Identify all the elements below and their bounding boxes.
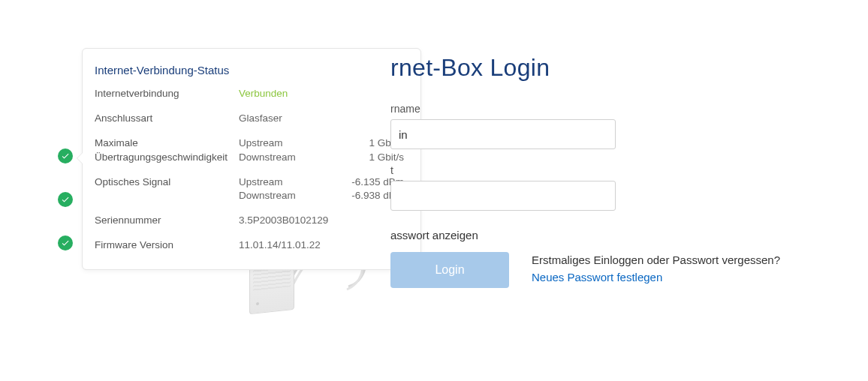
- status-icon-column: [58, 148, 73, 250]
- connection-status-popover: Internet-Verbindung-Status Internetverbi…: [82, 48, 421, 270]
- row-type: Anschlussart Glasfaser: [95, 112, 404, 126]
- login-help-text: Erstmaliges Einloggen oder Passwort verg…: [532, 252, 780, 286]
- row-serial: Seriennummer 3.5P2003B0102129: [95, 214, 404, 228]
- type-value: Glasfaser: [239, 112, 404, 126]
- row-connection: Internetverbindung Verbunden: [95, 87, 404, 101]
- speed-label: Maximale Übertragungsgeschwindigkeit: [95, 136, 239, 165]
- row-speed: Maximale Übertragungsgeschwindigkeit Ups…: [95, 136, 404, 165]
- page-title: rnet-Box Login: [390, 54, 811, 82]
- password-label: t: [390, 164, 811, 176]
- serial-value: 3.5P2003B0102129: [239, 214, 404, 228]
- reset-password-link[interactable]: Neues Passwort festlegen: [532, 269, 780, 286]
- first-login-text: Erstmaliges Einloggen oder Passwort verg…: [532, 252, 780, 269]
- check-icon: [58, 148, 73, 164]
- serial-label: Seriennummer: [95, 214, 239, 228]
- password-input[interactable]: [390, 181, 616, 211]
- row-signal: Optisches Signal Upstream Downstream -6.…: [95, 176, 404, 204]
- downstream-label: Downstream: [239, 189, 351, 203]
- login-button[interactable]: Login: [390, 252, 509, 288]
- upstream-label: Upstream: [239, 136, 369, 151]
- signal-label: Optisches Signal: [95, 176, 239, 190]
- login-panel: rnet-Box Login rname t asswort anzeigen …: [390, 54, 811, 288]
- check-icon: [58, 236, 73, 250]
- speed-values: Upstream Downstream 1 Gbit/s 1 Gbit/s: [239, 136, 404, 165]
- upstream-label: Upstream: [239, 176, 351, 190]
- type-label: Anschlussart: [95, 112, 239, 126]
- signal-values: Upstream Downstream -6.135 dBm -6.938 dB…: [239, 176, 404, 204]
- speed-label-line2: Übertragungsgeschwindigkeit: [95, 151, 239, 165]
- firmware-label: Firmware Version: [95, 238, 239, 253]
- check-icon: [58, 192, 73, 207]
- downstream-label: Downstream: [239, 151, 369, 165]
- firmware-value: 11.01.14/11.01.22: [239, 238, 404, 253]
- speed-label-line1: Maximale: [95, 136, 239, 151]
- username-input[interactable]: [390, 119, 616, 149]
- connection-value: Verbunden: [239, 87, 404, 101]
- show-password-label[interactable]: asswort anzeigen: [390, 229, 811, 242]
- row-firmware: Firmware Version 11.01.14/11.01.22: [95, 238, 404, 253]
- username-label: rname: [390, 103, 811, 115]
- popover-title: Internet-Verbindung-Status: [95, 64, 404, 76]
- connection-label: Internetverbindung: [95, 87, 239, 101]
